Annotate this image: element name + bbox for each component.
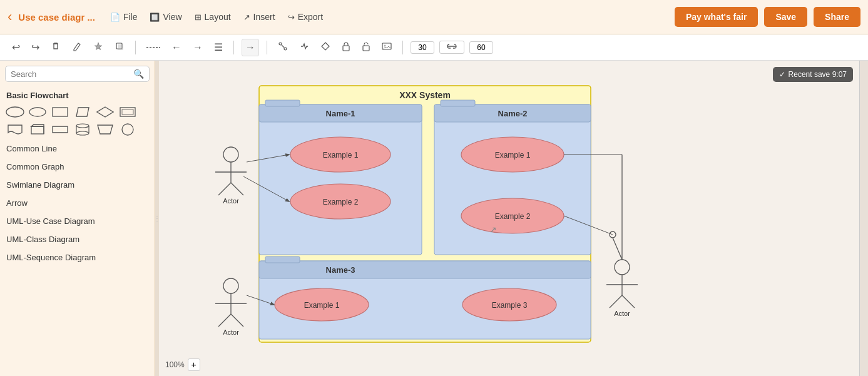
menu-insert[interactable]: ↗ Insert: [243, 12, 275, 22]
file-icon: 📄: [110, 13, 120, 22]
border-dashed-button[interactable]: [143, 39, 163, 56]
arrow-line-button[interactable]: →: [242, 39, 259, 56]
svg-line-47: [231, 183, 243, 195]
svg-line-63: [613, 238, 622, 260]
system-title: XXX System: [399, 90, 451, 100]
shape-circle[interactable]: [118, 122, 138, 137]
shape-tape[interactable]: [50, 122, 70, 137]
svg-point-24: [76, 131, 89, 135]
shape-rounded-rect[interactable]: [28, 104, 48, 119]
uml-diagram[interactable]: XXX System Name-1 Name-2 Name-3 Example …: [197, 79, 672, 361]
sidebar-item-arrow[interactable]: Arrow: [0, 194, 155, 212]
svg-rect-28: [259, 104, 422, 255]
actor3-label: Actor: [614, 310, 630, 317]
svg-point-26: [122, 124, 133, 135]
zoom-level: 100%: [165, 360, 185, 369]
connect-button[interactable]: [275, 39, 291, 56]
ex3-2: Example 3: [492, 301, 528, 310]
svg-rect-8: [363, 46, 369, 51]
save-check-icon: ✓: [779, 70, 785, 79]
shape-rect-double[interactable]: [118, 104, 138, 119]
main-area: 🔍 Basic Flowchart: [0, 61, 868, 376]
image-button[interactable]: [379, 39, 395, 56]
search-icon: 🔍: [133, 69, 144, 79]
arrow-indicator: ↗: [489, 225, 497, 235]
waypoint-button[interactable]: [296, 39, 312, 56]
undo-button[interactable]: ↩: [9, 39, 23, 56]
svg-marker-19: [31, 124, 44, 126]
lock-button[interactable]: [339, 39, 354, 56]
box1-title: Name-1: [326, 109, 355, 118]
toolbar-link-button[interactable]: [439, 41, 464, 54]
back-button[interactable]: ‹: [8, 9, 12, 25]
unlock-button[interactable]: [359, 39, 374, 56]
recent-save-text: Recent save 9:07: [789, 70, 847, 79]
box3-title: Name-3: [326, 265, 355, 275]
toolbar: ↩ ↪ ← → ☰ → 30 60: [0, 34, 868, 61]
fill-button[interactable]: [90, 39, 106, 56]
shape-3d-rect[interactable]: [28, 122, 48, 137]
svg-line-60: [622, 295, 635, 308]
svg-point-21: [76, 124, 89, 128]
sidebar-item-uml-sequence[interactable]: UML-Sequence Diagram: [0, 248, 155, 267]
shadow-button[interactable]: [111, 39, 128, 56]
toolbar-input-1[interactable]: 30: [411, 41, 434, 54]
svg-line-46: [218, 183, 231, 195]
eraser-button[interactable]: [317, 39, 334, 56]
svg-marker-6: [322, 43, 329, 50]
layout-icon: ⊞: [195, 13, 202, 22]
svg-rect-30: [265, 100, 300, 106]
arrow-left-button[interactable]: ←: [168, 39, 185, 56]
sidebar-item-uml-use-case[interactable]: UML-Use Case Diagram: [0, 212, 155, 230]
search-input[interactable]: [11, 69, 133, 79]
svg-line-5: [282, 45, 284, 48]
svg-rect-35: [259, 261, 591, 278]
shape-rect[interactable]: [50, 104, 70, 119]
export-icon: ↪: [288, 13, 295, 22]
sidebar-item-common-graph[interactable]: Common Graph: [0, 158, 155, 176]
shape-oval[interactable]: [5, 104, 25, 119]
redo-button[interactable]: ↪: [28, 39, 43, 56]
share-button[interactable]: Share: [814, 7, 860, 27]
recent-save-badge: ✓ Recent save 9:07: [773, 67, 853, 82]
shape-parallelogram[interactable]: [73, 104, 93, 119]
menu-export[interactable]: ↪ Export: [288, 12, 323, 22]
svg-point-4: [284, 48, 287, 50]
section-basic-flowchart: Basic Flowchart: [0, 87, 155, 102]
ex3-1: Example 1: [304, 301, 340, 310]
svg-rect-17: [122, 109, 133, 114]
box2-title: Name-2: [498, 109, 528, 118]
style-button[interactable]: [69, 39, 85, 56]
svg-line-54: [231, 314, 243, 327]
search-box[interactable]: 🔍: [5, 66, 150, 82]
pay-button[interactable]: Pay what's fair: [675, 7, 758, 27]
sidebar-item-uml-class[interactable]: UML-Class Diagram: [0, 230, 155, 248]
ex1-2: Example 2: [323, 198, 359, 206]
shape-cylinder[interactable]: [73, 122, 93, 137]
menu-file[interactable]: 📄 File: [110, 12, 138, 22]
svg-line-53: [218, 314, 231, 327]
svg-point-50: [223, 278, 238, 293]
toolbar-sep-1: [135, 41, 136, 54]
toolbar-input-2[interactable]: 60: [469, 41, 493, 54]
actor1-label: Actor: [223, 197, 239, 205]
header: ‹ Use case diagr ... 📄 File 🔲 View ⊞ Lay…: [0, 0, 868, 34]
sidebar: 🔍 Basic Flowchart: [0, 61, 155, 376]
menu-view[interactable]: 🔲 View: [150, 12, 181, 22]
arrow-right-button[interactable]: →: [190, 39, 206, 56]
sidebar-item-swimlane[interactable]: Swimlane Diagram: [0, 176, 155, 194]
save-button[interactable]: Save: [764, 7, 807, 27]
svg-marker-15: [97, 107, 113, 117]
svg-rect-36: [265, 257, 300, 263]
delete-button[interactable]: [48, 39, 64, 56]
shape-diamond[interactable]: [95, 104, 115, 119]
align-button[interactable]: ☰: [211, 39, 226, 56]
right-scrollbar[interactable]: [859, 61, 868, 376]
sidebar-item-common-line[interactable]: Common Line: [0, 140, 155, 158]
zoom-in-button[interactable]: +: [188, 358, 200, 371]
canvas-area[interactable]: ✓ Recent save 9:07 XXX System Name-1 Nam…: [159, 61, 859, 376]
svg-point-56: [615, 260, 630, 275]
menu-layout[interactable]: ⊞ Layout: [195, 12, 231, 22]
shape-trapezoid[interactable]: [95, 122, 115, 137]
shape-doc[interactable]: [5, 122, 25, 137]
